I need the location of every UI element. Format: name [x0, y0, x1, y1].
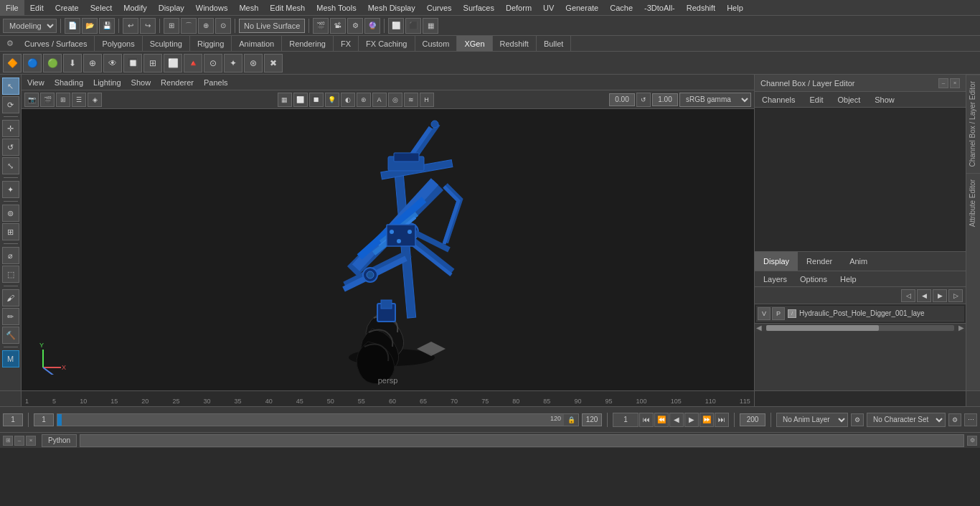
- play-back-btn[interactable]: ◀: [669, 413, 684, 427]
- cb-tab-channels[interactable]: Channels: [755, 92, 802, 107]
- vp-ao-btn[interactable]: ⊛: [357, 93, 371, 107]
- menu-edit[interactable]: Edit: [24, 0, 50, 15]
- vp-hud-btn[interactable]: ☰: [72, 93, 86, 107]
- timeline-range-slider[interactable]: 🔒 120: [57, 413, 579, 426]
- vp-menu-shading[interactable]: Shading: [52, 78, 86, 87]
- shelf-icon-14[interactable]: ✖: [264, 54, 283, 72]
- open-scene-btn[interactable]: 📂: [82, 18, 98, 34]
- side-tab-channel-box[interactable]: Channel Box / Layer Editor: [966, 75, 980, 173]
- layers-fwd-btn[interactable]: ▶: [933, 289, 947, 302]
- char-set-extra-btn[interactable]: ⋯: [964, 413, 977, 426]
- shelf-icon-4[interactable]: ⬇: [63, 54, 82, 72]
- layers-end-btn[interactable]: ▷: [948, 289, 963, 302]
- dr-tab-display[interactable]: Display: [755, 252, 798, 271]
- scale-tool-btn[interactable]: ⤡: [2, 157, 19, 174]
- menu-3dtall[interactable]: -3DtoAll-: [639, 0, 681, 15]
- vp-cam-btn[interactable]: 📷: [24, 93, 39, 107]
- char-set-settings-btn[interactable]: ⚙: [948, 413, 961, 426]
- vp-menu-view[interactable]: View: [24, 78, 47, 87]
- soft-mod-btn[interactable]: ⊚: [2, 205, 19, 222]
- tab-redshift[interactable]: Redshift: [493, 36, 537, 51]
- shelf-icon-10[interactable]: 🔺: [184, 54, 202, 72]
- layers-scrollbar[interactable]: ◀ ▶: [755, 323, 966, 332]
- shelf-icon-12[interactable]: ✦: [224, 54, 242, 72]
- sculpt-btn[interactable]: 🔨: [2, 327, 19, 344]
- range-start-field[interactable]: [34, 413, 54, 426]
- layer-visibility-btn[interactable]: V: [758, 307, 771, 320]
- scroll-thumb[interactable]: [766, 325, 879, 331]
- shelf-icon-7[interactable]: 🔲: [123, 54, 142, 72]
- timeline-lock-btn[interactable]: 🔒: [564, 414, 578, 426]
- tab-custom[interactable]: Custom: [415, 36, 458, 51]
- menu-surfaces[interactable]: Surfaces: [458, 0, 500, 15]
- scroll-right-btn[interactable]: ▶: [957, 324, 966, 332]
- menu-create[interactable]: Create: [50, 0, 85, 15]
- shelf-icon-11[interactable]: ⊙: [204, 54, 222, 72]
- tab-bullet[interactable]: Bullet: [537, 36, 572, 51]
- tab-rendering[interactable]: Rendering: [282, 36, 334, 51]
- hypershade-btn[interactable]: 🔮: [364, 18, 380, 34]
- menu-help[interactable]: Help: [721, 0, 749, 15]
- shelf-icon-5[interactable]: ⊕: [83, 54, 102, 72]
- mode-select[interactable]: Modeling: [3, 19, 57, 33]
- vp-motion-blur-btn[interactable]: ≋: [404, 93, 418, 107]
- move-tool-btn[interactable]: ✛: [2, 120, 19, 137]
- layout-btn[interactable]: ⬜: [388, 18, 404, 34]
- shelf-icon-3[interactable]: 🟢: [43, 54, 62, 72]
- vp-lights-btn[interactable]: 💡: [325, 93, 339, 107]
- jump-start-btn[interactable]: ⏮: [639, 413, 654, 427]
- vp-menu-renderer[interactable]: Renderer: [158, 78, 197, 87]
- menu-cache[interactable]: Cache: [604, 0, 639, 15]
- command-line-input[interactable]: [80, 434, 964, 447]
- save-scene-btn[interactable]: 💾: [99, 18, 115, 34]
- range-end-field[interactable]: [582, 413, 602, 426]
- vp-menu-lighting[interactable]: Lighting: [90, 78, 124, 87]
- undo-btn[interactable]: ↩: [123, 18, 138, 34]
- layers-menu-options[interactable]: Options: [794, 273, 833, 285]
- char-set-select[interactable]: No Character Set: [867, 413, 946, 427]
- shelf-settings-icon[interactable]: ⚙: [3, 37, 17, 51]
- vp-shadows-btn[interactable]: ◐: [341, 93, 355, 107]
- render-settings-btn[interactable]: ⚙: [347, 18, 363, 34]
- vp-grid-btn[interactable]: ⊞: [56, 93, 70, 107]
- jump-end-btn[interactable]: ⏭: [715, 413, 729, 427]
- layers-menu-layers[interactable]: Layers: [758, 273, 793, 285]
- maya-logo-btn[interactable]: M: [2, 350, 19, 367]
- shelf-icon-13[interactable]: ⊛: [244, 54, 263, 72]
- layer-row-1[interactable]: V P / Hydraulic_Post_Hole_Digger_001_lay…: [756, 306, 964, 322]
- render-btn[interactable]: 🎬: [313, 18, 329, 34]
- anim-layer-select[interactable]: No Anim Layer: [776, 413, 848, 427]
- window-close-btn[interactable]: ×: [26, 436, 36, 446]
- play-fwd-btn[interactable]: ▶: [684, 413, 699, 427]
- current-frame-field[interactable]: [3, 413, 23, 426]
- snap-point-btn[interactable]: ⊕: [198, 18, 214, 34]
- layers-back-btn[interactable]: ◀: [917, 289, 931, 302]
- scroll-left-btn[interactable]: ◀: [755, 324, 763, 332]
- playback-frame-input[interactable]: [613, 416, 638, 423]
- shelf-icon-9[interactable]: ⬜: [164, 54, 182, 72]
- layers-menu-help[interactable]: Help: [834, 273, 862, 285]
- shelf-icon-8[interactable]: ⊞: [143, 54, 162, 72]
- window-icon-btn[interactable]: ⊞: [3, 436, 13, 446]
- max-frame-field[interactable]: [740, 413, 765, 426]
- python-btn[interactable]: Python: [42, 434, 77, 447]
- menu-uv[interactable]: UV: [537, 0, 560, 15]
- marquee-btn[interactable]: ⬚: [2, 266, 19, 283]
- color-profile-select[interactable]: sRGB gamma: [679, 93, 751, 107]
- dr-tab-render[interactable]: Render: [798, 252, 841, 271]
- show-manip-btn[interactable]: ⊞: [2, 223, 19, 240]
- side-tab-attribute-editor[interactable]: Attribute Editor: [966, 173, 980, 233]
- menu-mesh-tools[interactable]: Mesh Tools: [311, 0, 362, 15]
- panel-minimize-btn[interactable]: –: [938, 78, 948, 88]
- cb-tab-show[interactable]: Show: [867, 92, 902, 107]
- tab-fx[interactable]: FX: [334, 36, 359, 51]
- shelf-icon-2[interactable]: 🔵: [23, 54, 42, 72]
- menu-display[interactable]: Display: [153, 0, 190, 15]
- snap-curve-btn[interactable]: ⌒: [181, 18, 197, 34]
- camera-rotation-input[interactable]: [609, 93, 635, 106]
- universal-manip-btn[interactable]: ✦: [2, 181, 19, 198]
- tab-rigging[interactable]: Rigging: [190, 36, 232, 51]
- menu-edit-mesh[interactable]: Edit Mesh: [264, 0, 311, 15]
- cb-tab-object[interactable]: Object: [830, 92, 867, 107]
- snap-grid-btn[interactable]: ⊞: [164, 18, 179, 34]
